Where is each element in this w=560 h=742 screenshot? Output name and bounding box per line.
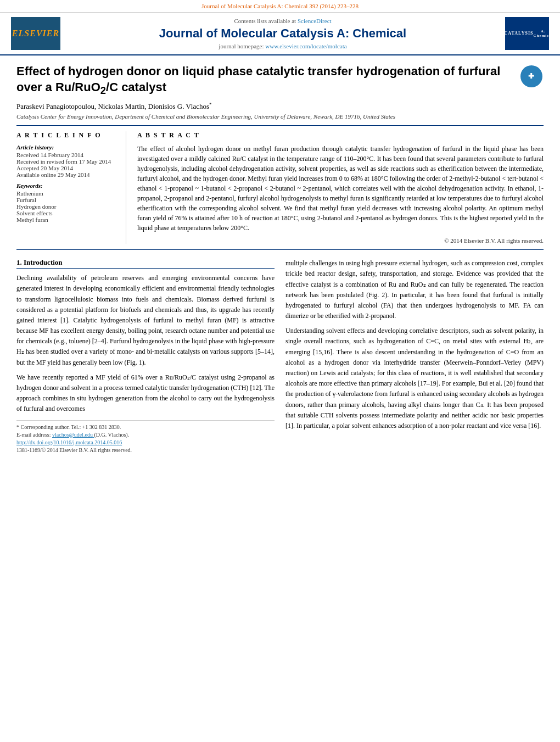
received-date: Received 14 February 2014 bbox=[16, 152, 117, 158]
article-main: Effect of hydrogen donor on liquid phase… bbox=[0, 55, 560, 466]
keyword-ruthenium: Ruthenium bbox=[16, 190, 117, 197]
crossmark-icon: ✚ bbox=[520, 65, 542, 87]
intro-para2: We have recently reported a MF yield of … bbox=[16, 372, 275, 415]
contents-line: Contents lists available at ScienceDirec… bbox=[60, 18, 505, 24]
copyright-line: © 2014 Elsevier B.V. All rights reserved… bbox=[137, 237, 544, 244]
history-label: Article history: bbox=[16, 144, 117, 150]
abstract-text: The effect of alcohol hydrogen donor on … bbox=[137, 144, 544, 233]
right-para2: Understanding solvent effects and develo… bbox=[285, 326, 544, 431]
journal-main-title: Journal of Molecular Catalysis A: Chemic… bbox=[60, 26, 505, 41]
revised-date: Received in revised form 17 May 2014 bbox=[16, 158, 117, 165]
online-date: Available online 29 May 2014 bbox=[16, 171, 117, 178]
catalyst-logo: ● CATALYSIS A: Chemical bbox=[505, 17, 549, 50]
keyword-hydrogen-donor: Hydrogen donor bbox=[16, 203, 117, 210]
doi-top-text: Journal of Molecular Catalysis A: Chemic… bbox=[201, 3, 359, 9]
authors-text: Paraskevi Panagiotopoulou, Nickolas Mart… bbox=[16, 102, 209, 110]
footnote-email: E-mail address: vlachos@udel.edu (D.G. V… bbox=[16, 432, 275, 438]
article-info-heading: A R T I C L E I N F O bbox=[16, 131, 117, 140]
article-title: Effect of hydrogen donor on liquid phase… bbox=[16, 64, 513, 97]
footnote-email-link[interactable]: vlachos@udel.edu bbox=[52, 432, 94, 438]
doi-link[interactable]: http://dx.doi.org/10.1016/j.molcata.2014… bbox=[16, 439, 122, 445]
abstract-heading: A B S T R A C T bbox=[137, 131, 544, 140]
authors-line: Paraskevi Panagiotopoulou, Nickolas Mart… bbox=[16, 102, 544, 111]
homepage-link[interactable]: www.elsevier.com/locate/molcata bbox=[265, 43, 346, 49]
footnote-doi: http://dx.doi.org/10.1016/j.molcata.2014… bbox=[16, 439, 275, 445]
keyword-methyl-furan: Methyl furan bbox=[16, 216, 117, 223]
body-right-column: multiple challenges in using high pressu… bbox=[285, 258, 544, 454]
affiliation: Catalysis Center for Energy Innovation, … bbox=[16, 113, 544, 120]
introduction-heading: 1. Introduction bbox=[16, 258, 275, 269]
journal-title-center: Contents lists available at ScienceDirec… bbox=[60, 18, 505, 49]
article-info-abstract: A R T I C L E I N F O Article history: R… bbox=[16, 125, 544, 250]
right-para1: multiple challenges in using high pressu… bbox=[285, 258, 544, 321]
abstract-section: A B S T R A C T The effect of alcohol hy… bbox=[137, 131, 544, 244]
homepage-line: journal homepage: www.elsevier.com/locat… bbox=[60, 43, 505, 49]
footnote-corresponding: * Corresponding author. Tel.: +1 302 831… bbox=[16, 424, 275, 430]
journal-header: Journal of Molecular Catalysis A: Chemic… bbox=[0, 0, 560, 55]
body-left-column: 1. Introduction Declining availability o… bbox=[16, 258, 275, 454]
accepted-date: Accepted 20 May 2014 bbox=[16, 165, 117, 171]
article-title-section: Effect of hydrogen donor on liquid phase… bbox=[16, 64, 544, 97]
keywords-label: Keywords: bbox=[16, 182, 117, 189]
article-history: Article history: Received 14 February 20… bbox=[16, 144, 117, 178]
intro-para1: Declining availability of petroleum rese… bbox=[16, 273, 275, 368]
footnote-issn: 1381-1169/© 2014 Elsevier B.V. All right… bbox=[16, 447, 275, 453]
footnote-section: * Corresponding author. Tel.: +1 302 831… bbox=[16, 420, 275, 453]
elsevier-logo: ELSEVIER bbox=[11, 17, 60, 50]
keywords-list: Ruthenium Furfural Hydrogen donor Solven… bbox=[16, 190, 117, 223]
keyword-furfural: Furfural bbox=[16, 197, 117, 203]
sciencedirect-link[interactable]: ScienceDirect bbox=[298, 18, 332, 24]
keyword-solvent-effects: Solvent effects bbox=[16, 210, 117, 216]
article-title-text: Effect of hydrogen donor on liquid phase… bbox=[16, 64, 513, 97]
body-columns: 1. Introduction Declining availability o… bbox=[16, 258, 544, 454]
keywords-section: Keywords: Ruthenium Furfural Hydrogen do… bbox=[16, 182, 117, 223]
article-info-panel: A R T I C L E I N F O Article history: R… bbox=[16, 131, 126, 244]
authors-asterisk: * bbox=[209, 102, 212, 107]
crossmark[interactable]: ✚ bbox=[519, 64, 544, 88]
